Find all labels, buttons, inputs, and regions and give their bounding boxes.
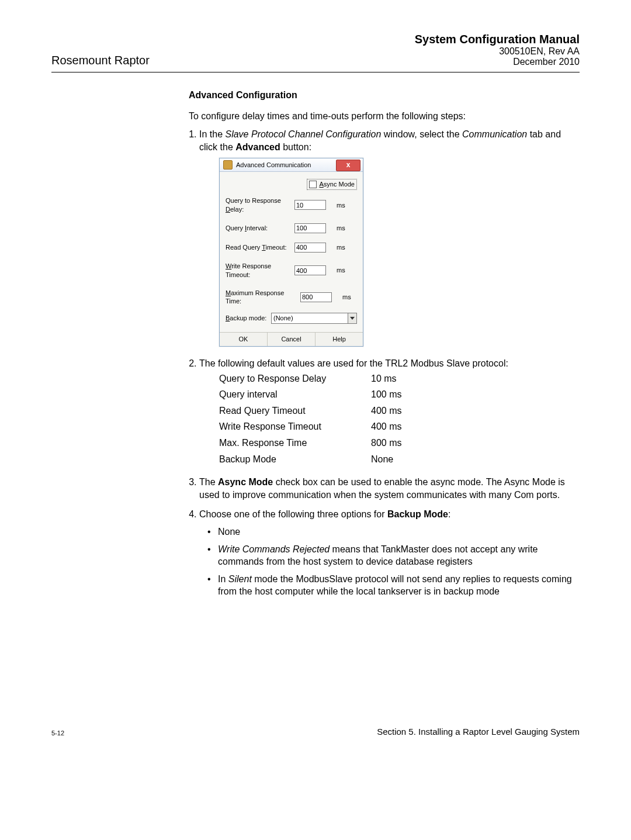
text-italic: Silent [228, 574, 252, 584]
ok-button[interactable]: OK [220, 333, 268, 346]
text-italic: Communication [462, 129, 527, 139]
unit: ms [337, 243, 345, 252]
param-value: None [371, 453, 393, 466]
field-query-interval: Query Interval: ms [226, 223, 357, 233]
max-response-time-input[interactable] [300, 292, 332, 302]
label: elay: [230, 206, 244, 213]
table-row: Max. Response Time800 ms [219, 437, 580, 450]
backup-mode-select[interactable]: (None) [271, 313, 357, 324]
text: The [199, 477, 218, 487]
label: Query [226, 224, 245, 231]
footer-section: Section 5. Installing a Raptor Level Gau… [377, 727, 580, 737]
list-item: In Silent mode the ModbusSlave protocol … [207, 573, 580, 598]
step-2: The following default values are used fo… [199, 357, 580, 465]
table-row: Write Response Timeout400 ms [219, 420, 580, 433]
label: rite Response Timeout: [226, 262, 271, 278]
table-row: Read Query Timeout400 ms [219, 405, 580, 417]
read-query-timeout-input[interactable] [294, 243, 326, 253]
header-rule [51, 72, 580, 72]
unit: ms [342, 293, 351, 302]
query-response-delay-input[interactable] [294, 200, 326, 210]
list-item: None [207, 526, 580, 538]
text: In [218, 574, 228, 584]
header-left: Rosemount Raptor [51, 54, 150, 67]
cancel-button[interactable]: Cancel [268, 333, 316, 346]
hotkey: W [226, 262, 231, 269]
text-bold: Async Mode [218, 477, 273, 487]
label: nterval: [247, 224, 268, 231]
table-row: Query interval100 ms [219, 388, 580, 401]
doc-number: 300510EN, Rev AA [415, 46, 580, 57]
query-interval-input[interactable] [294, 223, 326, 233]
text: : [448, 509, 450, 519]
text: mode the ModbusSlave protocol will not s… [218, 574, 572, 597]
close-button[interactable]: x [336, 160, 360, 171]
label: aximum Response Time: [226, 289, 284, 305]
text-bold: Advanced [235, 142, 280, 152]
chevron-down-icon [348, 313, 356, 323]
step-3: The Async Mode check box can be used to … [199, 476, 580, 501]
advanced-communication-dialog: Advanced Communication x AAsync Modesync… [219, 158, 363, 347]
field-read-query-timeout: Read Query Timeout: ms [226, 243, 357, 253]
step-1: In the Slave Protocol Channel Configurat… [199, 128, 580, 347]
unit: ms [337, 266, 345, 275]
text-italic: Slave Protocol Channel Configuration [225, 129, 381, 139]
text: window, select the [381, 129, 462, 139]
field-query-response-delay: Query to Response Delay: ms [226, 196, 357, 214]
section-heading: Advanced Configuration [189, 89, 580, 102]
unit: ms [337, 201, 345, 210]
text: Choose one of the following three option… [199, 509, 387, 519]
intro-text: To configure delay times and time-outs p… [189, 110, 580, 123]
text: None [218, 527, 240, 537]
param-name: Query to Response Delay [219, 372, 371, 385]
param-value: 10 ms [371, 372, 397, 385]
field-max-response-time: Maximum Response Time: ms [226, 289, 357, 306]
text: In the [199, 129, 225, 139]
table-row: Backup ModeNone [219, 453, 580, 466]
hotkey: M [226, 289, 231, 296]
window-icon [223, 160, 233, 170]
write-response-timeout-input[interactable] [294, 265, 326, 275]
text-italic: Write Commands Rejected [218, 544, 330, 554]
doc-date: December 2010 [415, 57, 580, 67]
text: button: [280, 142, 311, 152]
param-value: 400 ms [371, 420, 401, 433]
list-item: Write Commands Rejected means that TankM… [207, 543, 580, 568]
backup-mode-options: None Write Commands Rejected means that … [207, 526, 580, 598]
label: imeout: [265, 244, 286, 251]
param-value: 400 ms [371, 405, 401, 417]
dialog-title-text: Advanced Communication [236, 161, 311, 170]
defaults-table: Query to Response Delay10 ms Query inter… [219, 372, 580, 466]
label: Query to Response [226, 197, 281, 204]
dialog-titlebar: Advanced Communication x [220, 158, 363, 172]
param-name: Write Response Timeout [219, 420, 371, 433]
text: The following default values are used fo… [199, 358, 508, 368]
manual-title: System Configuration Manual [415, 33, 580, 46]
help-button[interactable]: Help [316, 333, 363, 346]
select-value: (None) [273, 314, 293, 323]
param-name: Query interval [219, 388, 371, 401]
field-write-response-timeout: Write Response Timeout: ms [226, 262, 357, 279]
text-bold: Backup Mode [387, 509, 448, 519]
async-mode-checkbox[interactable]: AAsync Modesync Mode [307, 179, 357, 190]
steps-list: In the Slave Protocol Channel Configurat… [199, 128, 580, 598]
step-4: Choose one of the following three option… [199, 508, 580, 598]
header-right: System Configuration Manual 300510EN, Re… [415, 33, 580, 67]
hotkey: D [226, 206, 230, 213]
param-name: Backup Mode [219, 453, 371, 466]
param-value: 800 ms [371, 437, 401, 450]
page-number: 5-12 [51, 730, 64, 737]
label: Read Query [226, 244, 262, 251]
unit: ms [337, 224, 345, 233]
field-backup-mode: Backup mode: (None) [226, 313, 357, 324]
param-name: Max. Response Time [219, 437, 371, 450]
param-name: Read Query Timeout [219, 405, 371, 417]
table-row: Query to Response Delay10 ms [219, 372, 580, 385]
label: ackup mode: [230, 314, 266, 322]
checkbox-icon [309, 181, 317, 188]
param-value: 100 ms [371, 388, 401, 401]
